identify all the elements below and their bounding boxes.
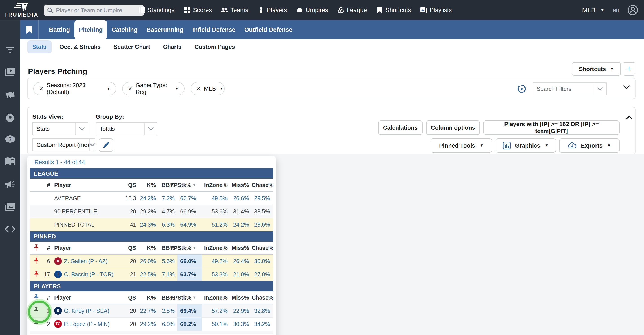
stat-value[interactable]: 2.5% bbox=[158, 308, 177, 314]
stat-value[interactable]: 34.2% bbox=[252, 321, 273, 328]
column-header[interactable]: InZone% bbox=[202, 294, 230, 301]
global-search-input[interactable] bbox=[56, 7, 140, 14]
tab-infield-defense[interactable]: Infield Defense bbox=[188, 20, 240, 40]
stat-value[interactable]: 51.2% bbox=[202, 222, 230, 228]
player-filter-expression-button[interactable]: Players with [IP] >= 162 OR [IP] >= team… bbox=[484, 120, 620, 135]
stat-value[interactable]: 24.2% bbox=[230, 222, 252, 228]
stat-value[interactable]: 26.4% bbox=[230, 258, 252, 264]
nav-umpires[interactable]: Umpires bbox=[296, 7, 328, 14]
stat-value-sorted[interactable]: 69.4% bbox=[177, 304, 202, 317]
stat-value[interactable]: 50.1% bbox=[202, 321, 230, 328]
stat-value[interactable]: 6.3% bbox=[158, 222, 177, 228]
stat-value[interactable]: 7.1% bbox=[158, 271, 177, 278]
column-header[interactable]: Miss% bbox=[230, 245, 252, 251]
column-header-num[interactable]: # bbox=[42, 182, 53, 188]
stat-value[interactable]: 7.2% bbox=[158, 195, 177, 202]
column-header[interactable]: Chase% bbox=[252, 294, 273, 301]
shortcuts-dropdown-button[interactable]: Shortcuts▼ bbox=[572, 62, 621, 76]
remove-filter-icon[interactable]: × bbox=[39, 85, 43, 92]
column-header-num[interactable]: # bbox=[42, 245, 53, 251]
stat-value[interactable]: 32.8% bbox=[252, 308, 273, 314]
stat-value[interactable]: 30.3% bbox=[230, 321, 252, 328]
nav-playlists[interactable]: Playlists bbox=[420, 7, 452, 14]
pinned-tools-dropdown[interactable]: Pinned Tools▼ bbox=[430, 138, 492, 153]
tab-catching[interactable]: Catching bbox=[107, 20, 142, 40]
league-selector[interactable]: MLB▼ bbox=[582, 6, 604, 14]
remove-filter-icon[interactable]: × bbox=[196, 85, 200, 92]
subtab-charts[interactable]: Charts bbox=[158, 40, 186, 53]
stat-value[interactable]: 27.0% bbox=[252, 271, 273, 278]
nav-players[interactable]: Players bbox=[258, 7, 287, 14]
stat-value[interactable]: 21.9% bbox=[230, 271, 252, 278]
subtab-custom-pages[interactable]: Custom Pages bbox=[190, 40, 240, 53]
stat-value[interactable]: 53.3% bbox=[202, 271, 230, 278]
stats-view-select[interactable]: Stats bbox=[32, 122, 88, 135]
exports-dropdown[interactable]: Exports▼ bbox=[559, 138, 620, 153]
stat-value[interactable]: 26.6% bbox=[230, 195, 252, 202]
stat-value[interactable]: 5.6% bbox=[158, 258, 177, 264]
announcements-icon[interactable] bbox=[0, 180, 20, 188]
stat-value[interactable]: 6.0% bbox=[158, 321, 177, 328]
stat-value[interactable]: 24.3% bbox=[139, 222, 158, 228]
column-header-sorted[interactable]: FPStk%▼ bbox=[177, 245, 202, 251]
bookmark-page-icon[interactable] bbox=[26, 26, 32, 34]
stat-value[interactable]: 62.7% bbox=[177, 195, 202, 202]
column-header[interactable]: InZone% bbox=[202, 182, 230, 188]
pin-column-header[interactable] bbox=[30, 242, 42, 254]
player-link[interactable]: Z. Gallen (P - AZ) bbox=[64, 258, 108, 264]
stat-value[interactable]: 49.5% bbox=[202, 195, 230, 202]
edit-report-button[interactable] bbox=[99, 138, 113, 152]
tab-baserunning[interactable]: Baserunning bbox=[142, 20, 188, 40]
column-header-sorted[interactable]: FPStk%▼ bbox=[177, 182, 202, 188]
tab-batting[interactable]: Batting bbox=[44, 20, 74, 40]
subtab-scatter-chart[interactable]: Scatter Chart bbox=[108, 40, 155, 53]
column-header[interactable]: K% bbox=[139, 245, 158, 251]
column-header[interactable]: InZone% bbox=[202, 245, 230, 251]
global-search[interactable] bbox=[44, 5, 144, 16]
controls-panel-collapse-icon[interactable] bbox=[626, 116, 632, 120]
filter-icon[interactable] bbox=[0, 46, 20, 54]
column-options-button[interactable]: Column options bbox=[426, 120, 480, 135]
column-header-player[interactable]: Player bbox=[53, 182, 120, 188]
stat-value[interactable]: 49.2% bbox=[202, 258, 230, 264]
tab-outfield-defense[interactable]: Outfield Defense bbox=[240, 20, 297, 40]
nav-scores[interactable]: Scores bbox=[184, 7, 212, 14]
column-header-player[interactable]: Player bbox=[53, 294, 120, 301]
embed-code-icon[interactable] bbox=[0, 226, 20, 232]
stat-value[interactable]: 29.2% bbox=[139, 321, 158, 328]
trumedia-logo[interactable]: TRUMEDIA bbox=[0, 0, 43, 20]
chevron-down-icon[interactable] bbox=[594, 83, 606, 95]
stat-value[interactable]: 22.5% bbox=[139, 271, 158, 278]
help-icon[interactable]: ? bbox=[0, 135, 20, 143]
nav-standings[interactable]: Standings bbox=[138, 7, 174, 14]
column-header[interactable]: Chase% bbox=[252, 245, 273, 251]
stat-value[interactable]: 26.0% bbox=[139, 258, 158, 264]
stat-value[interactable]: 22.7% bbox=[139, 308, 158, 314]
stat-value[interactable]: 57.2% bbox=[202, 308, 230, 314]
stat-value-sorted[interactable]: 69.2% bbox=[177, 318, 202, 330]
language-selector[interactable]: en bbox=[613, 7, 619, 14]
graphics-dropdown[interactable]: Graphics▼ bbox=[496, 138, 556, 153]
column-header[interactable]: Miss% bbox=[230, 294, 252, 301]
stat-value[interactable]: 30.0% bbox=[252, 258, 273, 264]
column-header[interactable]: QS bbox=[120, 294, 139, 301]
remove-filter-icon[interactable]: × bbox=[128, 85, 132, 92]
media-gallery-icon[interactable] bbox=[0, 203, 20, 212]
stat-value[interactable]: 28.6% bbox=[252, 222, 273, 228]
stat-value-sorted[interactable]: 63.7% bbox=[177, 268, 202, 281]
filter-chip-seasons[interactable]: ×Seasons: 2023 (Default)▼ bbox=[33, 82, 116, 96]
stat-value[interactable]: 29.5% bbox=[252, 195, 273, 202]
search-filters-input[interactable] bbox=[533, 86, 594, 92]
video-library-icon[interactable] bbox=[0, 68, 20, 76]
player-link[interactable]: C. Bassitt (P - TOR) bbox=[64, 271, 114, 278]
subtab-stats[interactable]: Stats bbox=[27, 40, 52, 53]
column-header[interactable]: Miss% bbox=[230, 182, 252, 188]
player-link[interactable]: G. Kirby (P - SEA) bbox=[64, 308, 109, 314]
stat-value[interactable]: 22.9% bbox=[230, 308, 252, 314]
boards-icon[interactable] bbox=[0, 90, 20, 99]
add-shortcut-button[interactable]: + bbox=[622, 62, 636, 76]
stat-value[interactable]: 64.9% bbox=[177, 222, 202, 228]
search-filters-combobox[interactable] bbox=[533, 82, 606, 96]
nav-shortcuts[interactable]: Shortcuts bbox=[376, 7, 411, 14]
nav-league[interactable]: League bbox=[338, 7, 367, 14]
